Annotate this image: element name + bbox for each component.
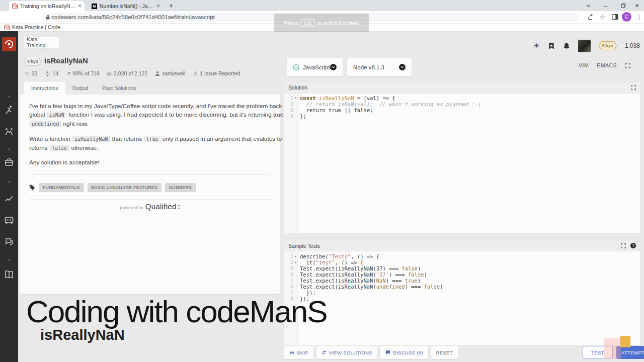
qualified-logo: Qualified [145,202,177,211]
instruction-line: global isNaN function I was using. I had… [29,111,292,118]
instruction-line: undefined right now. [29,120,89,127]
expand-icon[interactable] [631,85,636,90]
browser-tab-strip: Training on isReallyNaN | Codew... × M N… [0,0,644,11]
divider [29,199,271,200]
fullscreen-toast: Press Esc to exit full screen [274,14,369,32]
kata-training-nav[interactable]: Kata Training [24,37,59,48]
notifications-bell-icon[interactable] [563,42,570,50]
skip-button[interactable]: SKIP [284,346,313,359]
stat-stars[interactable]: ☆ 23 [24,70,37,77]
user-avatar[interactable] [578,40,591,52]
side-panel-icon[interactable] [612,14,618,20]
sidebar-item-leaderboard-icon[interactable] [4,194,14,204]
view-solutions-button[interactable]: VIEW SOLUTIONS [316,346,377,359]
code-line: 2 // return isNaN(val); // wasn't workin… [284,101,640,107]
sidebar-item-docs-icon[interactable] [4,269,14,280]
sidebar-divider-dot [8,96,10,98]
code-line: 3 return true || false; [284,107,640,113]
code-line: 5Test.expect(isReallyNaN(NaN) === true) [284,278,640,284]
tab-past-solutions[interactable]: Past Solutions [95,81,143,95]
bookmark-star-icon[interactable]: ☆ [600,13,606,21]
toast-text: Press [284,20,298,26]
video-overlay-artifact [604,338,621,359]
window-close-icon[interactable]: × [635,0,639,11]
new-tab-button[interactable]: + [169,2,173,10]
instruction-closing: Any solution is acceptable! [29,159,100,166]
share-icon[interactable] [588,14,594,20]
browser-menu-kebab-icon[interactable]: ⋮ [636,13,642,21]
chevron-down-icon [399,64,406,70]
sidebar-item-careers-icon[interactable] [4,157,14,167]
window-minimize-icon[interactable]: – [604,0,607,11]
code-line: 6Test.expect(isReallyNaN(undefined) === … [284,284,640,290]
tag-icon [29,185,35,191]
discuss-button[interactable]: DISCUSS (8) [380,346,428,359]
kata-tags: FUNDAMENTALS BASIC LANGUAGE FEATURES NUM… [29,183,196,192]
version-select[interactable]: Node v8.1.3 [347,58,412,76]
sidebar-item-train-icon[interactable] [4,105,14,115]
bookmark-favicon [4,25,10,30]
instruction-line: I've hit a few bugs in my Java/Type/Coff… [29,103,298,110]
codewars-logo[interactable] [2,37,16,51]
kata-rank-badge: 8 kyu [24,57,41,66]
tab-title: Number.isNaN() - JavaScript | M... [100,3,154,9]
kata-check-icon[interactable] [75,58,81,64]
sidebar-item-forum-icon[interactable] [4,237,14,247]
language-select[interactable]: JavaScript [287,58,343,76]
stat-issues[interactable]: ⚠ 1 Issue Reported [193,70,240,77]
kata-title: isReallyNaN [44,56,88,65]
browser-tab-codewars[interactable]: Training on isReallyNaN | Codew... × [9,1,85,11]
stat-collections[interactable]: 14 [45,70,58,76]
tab-output[interactable]: Output [65,81,96,95]
theme-sun-icon[interactable]: ☀ [533,41,540,50]
esc-key-label: Esc [300,19,315,27]
collections-icon [45,71,50,76]
help-icon[interactable]: ? [630,243,636,248]
vim-toggle[interactable]: VIM [579,62,589,68]
bookmark-flag-icon[interactable] [548,42,555,50]
video-subtitle-overlay: isReallyNaN [40,327,125,343]
stat-author[interactable]: samjewell [155,70,185,76]
browser-profile-avatar[interactable]: C [622,12,631,22]
tag-numbers[interactable]: NUMBERS [165,183,196,192]
star-icon: ☆ [24,70,30,77]
browser-tab-mdn[interactable]: M Number.isNaN() - JavaScript | M... × [89,1,163,11]
code-line: 8}); [284,296,640,302]
tab-close-icon[interactable]: × [78,4,82,9]
code-line: 1▾const isReallyNaN = (val) => { [284,95,640,101]
reset-button[interactable]: RESET [431,346,458,359]
kata-stats: ☆ 23 14 ↗ 90% of 719 ◎ 2,020 of 2,122 sa… [24,70,240,77]
code-line: 2▾ it("test", () => { [284,259,640,265]
tag-basic-language-features[interactable]: BASIC LANGUAGE FEATURES [88,183,162,192]
expand-icon[interactable] [621,243,626,248]
screen: Training on isReallyNaN | Codew... × M N… [0,0,644,362]
emacs-toggle[interactable]: EMACS [597,62,617,68]
target-icon: ◎ [107,70,112,77]
solution-panel-header: Solution [284,82,640,94]
tab-instructions[interactable]: Instructions [24,81,65,95]
javascript-icon [293,64,299,71]
code-line: 7 }); [284,290,640,296]
tab-close-icon[interactable]: × [156,4,160,9]
sidebar-divider-dot [8,259,10,261]
sidebar-item-kumite-icon[interactable] [4,127,14,137]
divider [29,174,271,175]
mdn-favicon: M [92,4,97,9]
window-restore-icon[interactable] [621,0,626,11]
fullscreen-icon[interactable] [625,63,630,68]
padlock-icon[interactable] [45,14,50,20]
codewars-favicon [12,4,18,9]
header-icons: ☀ 5 kyu 1,038 [513,38,640,53]
code-line: 4Test.expect(isReallyNaN('37') === false… [284,272,640,278]
sidebar-item-discord-icon[interactable] [4,215,14,225]
tests-panel-title: Sample Tests [288,243,320,249]
video-title-overlay: Coding with codeManS [26,294,327,329]
tag-fundamentals[interactable]: FUNDAMENTALS [39,183,84,192]
code-line: 4}; [284,113,640,119]
window-menu-chevron-icon[interactable] [586,0,591,11]
url-text[interactable]: codewars.com/kata/56c24c58e0c0f741d4001a… [51,14,215,20]
view-solutions-icon [321,350,327,355]
editor-options: VIM EMACS [579,62,630,68]
stat-satisfaction: ↗ 90% of 719 [66,70,99,77]
bookmark-item[interactable]: Kata Practice | Code... [12,24,65,30]
